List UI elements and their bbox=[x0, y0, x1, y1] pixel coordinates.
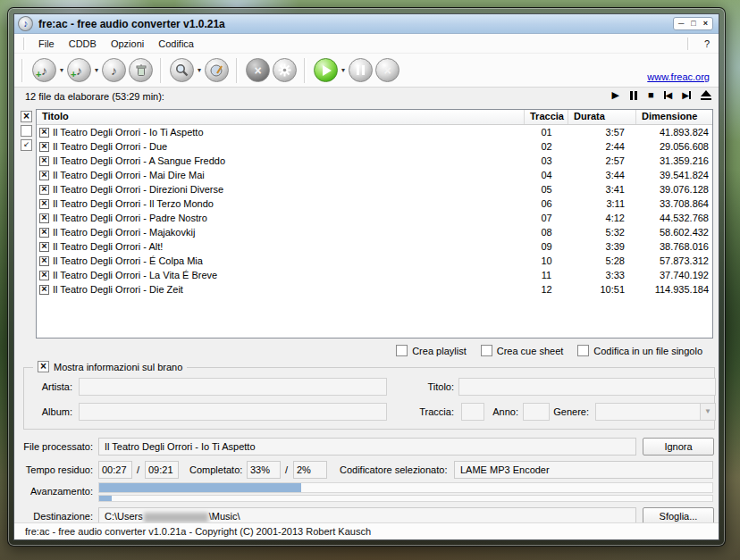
minimize-icon[interactable]: ─ bbox=[678, 18, 684, 29]
joblist-row[interactable]: Il Teatro Degli Orrori - Majakovkij085:3… bbox=[37, 225, 712, 239]
percent-total-field: 2% bbox=[293, 461, 327, 479]
row-checkbox[interactable] bbox=[39, 213, 49, 223]
ignore-button[interactable]: Ignora bbox=[643, 438, 714, 456]
menu-codifica[interactable]: Codifica bbox=[151, 36, 201, 52]
start-encoding-icon[interactable] bbox=[314, 58, 338, 82]
single-file-label: Codifica in un file singolo bbox=[593, 346, 702, 356]
add-cd-dropdown-icon[interactable]: ▾ bbox=[95, 66, 98, 74]
create-playlist-checkbox[interactable] bbox=[396, 345, 408, 356]
select-none-checkbox[interactable] bbox=[21, 125, 32, 137]
track-field[interactable] bbox=[461, 403, 484, 421]
maximize-icon[interactable]: □ bbox=[691, 18, 695, 29]
encoder-settings-icon[interactable] bbox=[273, 58, 297, 82]
row-size: 57.873.312 bbox=[636, 255, 712, 266]
joblist-row[interactable]: Il Teatro Degli Orrori - A Sangue Freddo… bbox=[37, 154, 712, 168]
row-checkbox[interactable] bbox=[39, 128, 49, 138]
row-checkbox[interactable] bbox=[39, 156, 49, 166]
pause-encoding-icon[interactable] bbox=[349, 58, 373, 82]
joblist-row[interactable]: Il Teatro Degli Orrori - Die Zeit1210:51… bbox=[37, 282, 712, 297]
header-dimensione[interactable]: Dimensione bbox=[636, 110, 712, 124]
single-file-option[interactable]: Codifica in un file singolo bbox=[577, 345, 702, 356]
row-checkbox[interactable] bbox=[39, 271, 49, 280]
joblist-row[interactable]: Il Teatro Degli Orrori - Mai Dire Mai043… bbox=[37, 168, 712, 182]
row-duration: 10:51 bbox=[568, 284, 636, 295]
header-traccia[interactable]: Traccia bbox=[525, 110, 568, 124]
joblist-row[interactable]: Il Teatro Degli Orrori - Padre Nostro074… bbox=[37, 211, 712, 225]
row-duration: 3:41 bbox=[568, 184, 636, 195]
row-size: 44.532.768 bbox=[636, 213, 712, 223]
playlist-icon[interactable]: ♪ bbox=[102, 58, 126, 82]
query-cddb-icon[interactable] bbox=[170, 58, 194, 82]
joblist-row[interactable]: Il Teatro Degli Orrori - La Vita É Breve… bbox=[37, 268, 712, 282]
joblist-row[interactable]: Il Teatro Degli Orrori - Due022:4429.056… bbox=[37, 139, 712, 154]
row-checkbox[interactable] bbox=[39, 242, 49, 252]
submit-cddb-icon[interactable] bbox=[205, 58, 229, 82]
row-track: 07 bbox=[525, 213, 568, 223]
statusbar: fre:ac - free audio converter v1.0.21a -… bbox=[14, 522, 719, 539]
joblist-row[interactable]: Il Teatro Degli Orrori - Direzioni Diver… bbox=[37, 182, 712, 196]
album-field[interactable] bbox=[79, 403, 387, 421]
next-button[interactable]: ▶ bbox=[682, 91, 691, 100]
query-cddb-dropdown-icon[interactable]: ▾ bbox=[198, 66, 201, 74]
create-playlist-option[interactable]: Crea playlist bbox=[396, 345, 467, 356]
tools-icon: × bbox=[254, 64, 261, 77]
create-cuesheet-checkbox[interactable] bbox=[481, 345, 492, 356]
add-files-icon[interactable]: ♪+ bbox=[32, 58, 56, 82]
time-remaining-label: Tempo residuo: bbox=[21, 464, 93, 475]
titlebar[interactable]: ♪ fre:ac - free audio converter v1.0.21a… bbox=[14, 14, 719, 34]
previous-button[interactable]: ◀ bbox=[664, 91, 673, 100]
toolbar-separator bbox=[304, 58, 307, 83]
menu-cddb[interactable]: CDDB bbox=[62, 36, 104, 52]
row-checkbox[interactable] bbox=[39, 185, 49, 195]
row-checkbox[interactable] bbox=[39, 285, 49, 295]
add-files-dropdown-icon[interactable]: ▾ bbox=[60, 66, 63, 74]
row-title: Il Teatro Degli Orrori - Die Zeit bbox=[53, 284, 183, 295]
header-titolo[interactable]: Titolo bbox=[37, 110, 525, 124]
row-checkbox[interactable] bbox=[39, 142, 49, 152]
close-icon[interactable]: × bbox=[703, 18, 708, 29]
app-icon: ♪ bbox=[16, 14, 34, 32]
general-settings-icon[interactable]: × bbox=[246, 58, 270, 82]
window-content: ♪ fre:ac - free audio converter v1.0.21a… bbox=[13, 13, 719, 540]
row-title: Il Teatro Degli Orrori - Direzioni Diver… bbox=[53, 184, 223, 195]
row-track: 05 bbox=[525, 184, 568, 195]
stop-button[interactable]: ■ bbox=[648, 90, 654, 100]
note-glyph: ♪ bbox=[41, 64, 47, 77]
title-field[interactable] bbox=[458, 378, 716, 396]
show-track-info-checkbox[interactable] bbox=[38, 361, 49, 372]
pause-button[interactable] bbox=[629, 91, 638, 100]
create-cuesheet-option[interactable]: Crea cue sheet bbox=[481, 345, 564, 356]
select-all-checkbox[interactable] bbox=[21, 111, 32, 122]
joblist-row[interactable]: Il Teatro Degli Orrori - Io Ti Aspetto01… bbox=[37, 125, 712, 139]
add-cd-tracks-icon[interactable]: ♪+ bbox=[67, 58, 91, 82]
row-checkbox[interactable] bbox=[39, 256, 49, 266]
toggle-selection-checkbox[interactable] bbox=[21, 139, 32, 151]
slash-glyph: / bbox=[285, 464, 288, 475]
artist-field[interactable] bbox=[79, 378, 387, 396]
freac-website-link[interactable]: www.freac.org bbox=[647, 71, 710, 82]
play-glyph bbox=[323, 65, 332, 76]
play-button[interactable]: ▶ bbox=[611, 90, 618, 100]
start-encoding-dropdown-icon[interactable]: ▾ bbox=[341, 66, 345, 74]
joblist-row[interactable]: Il Teatro Degli Orrori - Il Terzo Mondo0… bbox=[37, 196, 712, 211]
menu-opzioni[interactable]: Opzioni bbox=[104, 36, 151, 52]
plus-glyph: + bbox=[36, 70, 41, 79]
title-label: Titolo: bbox=[406, 381, 454, 392]
menu-file[interactable]: File bbox=[31, 36, 62, 52]
menu-help[interactable]: ? bbox=[695, 36, 719, 52]
row-checkbox[interactable] bbox=[39, 171, 49, 180]
joblist-row[interactable]: Il Teatro Degli Orrori - Alt!093:3938.76… bbox=[37, 239, 712, 254]
stop-encoding-icon[interactable]: × bbox=[375, 58, 399, 82]
row-checkbox[interactable] bbox=[39, 228, 49, 238]
eject-button[interactable] bbox=[701, 90, 711, 100]
row-checkbox[interactable] bbox=[39, 199, 49, 209]
clear-joblist-icon[interactable] bbox=[129, 58, 153, 82]
header-durata[interactable]: Durata bbox=[568, 110, 636, 124]
row-track: 10 bbox=[525, 255, 568, 266]
completed-label: Completato: bbox=[189, 464, 242, 475]
genre-combobox[interactable]: ▼ bbox=[595, 403, 716, 421]
chevron-down-icon[interactable]: ▼ bbox=[700, 404, 715, 420]
single-file-checkbox[interactable] bbox=[577, 345, 589, 356]
row-title: Il Teatro Degli Orrori - Il Terzo Mondo bbox=[53, 198, 214, 209]
joblist-row[interactable]: Il Teatro Degli Orrori - É Colpa Mia105:… bbox=[37, 254, 712, 268]
